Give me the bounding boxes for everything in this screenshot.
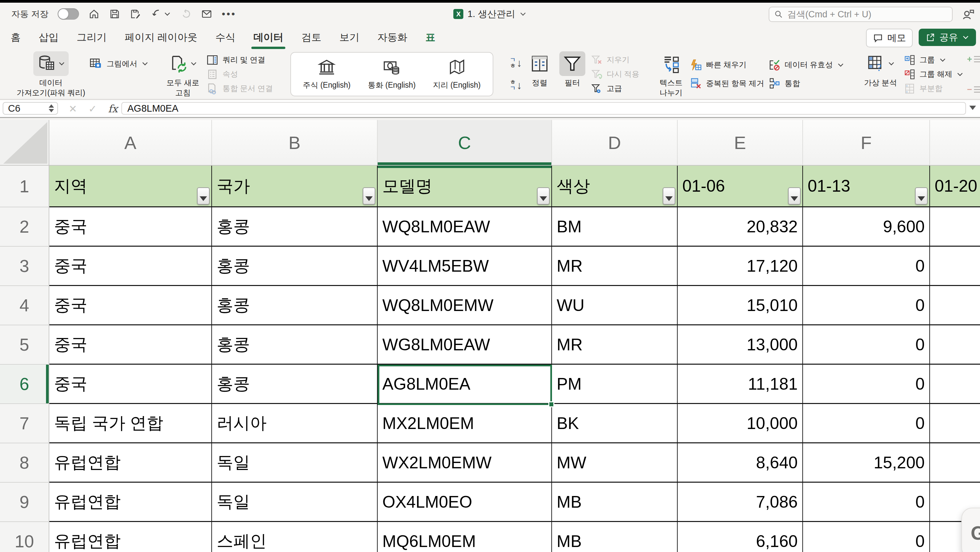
undo-chevron-icon[interactable] bbox=[164, 12, 171, 16]
cell-E4[interactable]: 15,010 bbox=[678, 286, 803, 325]
cell-E5[interactable]: 13,000 bbox=[678, 325, 803, 365]
get-data-button[interactable]: 데이터가져오기(파워 쿼리) bbox=[17, 49, 85, 99]
cell-C8[interactable]: WX2LM0EMW bbox=[378, 443, 552, 483]
filter-button-E[interactable] bbox=[788, 187, 801, 205]
sort-ascending-button[interactable]: ㄱㅎ ↓ bbox=[510, 57, 522, 69]
cell-D8[interactable]: MW bbox=[552, 443, 678, 483]
cell-B2[interactable]: 홍콩 bbox=[212, 207, 378, 247]
cell-D9[interactable]: MB bbox=[552, 483, 678, 522]
cell-A10[interactable]: 유럽연합 bbox=[49, 522, 212, 552]
cell-C1[interactable]: 모델명 bbox=[378, 165, 552, 207]
cell-G7[interactable] bbox=[930, 404, 980, 443]
filter-button[interactable]: 필터 bbox=[559, 49, 585, 99]
geography-data-type[interactable]: 지리 (English) bbox=[424, 55, 489, 94]
cell-E2[interactable]: 20,832 bbox=[678, 207, 803, 247]
cell-A7[interactable]: 독립 국가 연합 bbox=[49, 404, 212, 443]
search-input[interactable]: 검색(Cmd + Ctrl + U) bbox=[768, 7, 953, 22]
formula-input[interactable]: AG8LM0EA bbox=[121, 102, 966, 115]
cell-G4[interactable] bbox=[930, 286, 980, 325]
row-header-8[interactable]: 8 bbox=[0, 443, 49, 483]
cell-B3[interactable]: 홍콩 bbox=[212, 247, 378, 286]
cell-F4[interactable]: 0 bbox=[803, 286, 930, 325]
cell-E7[interactable]: 10,000 bbox=[678, 404, 803, 443]
cell-C4[interactable]: WQ8LM0EMW bbox=[378, 286, 552, 325]
row-header-1[interactable]: 1 bbox=[0, 165, 49, 207]
tab-home[interactable]: 홈 bbox=[10, 28, 21, 47]
ungroup-button[interactable]: 그룹 해제 bbox=[904, 68, 964, 80]
filter-button-C[interactable] bbox=[537, 187, 550, 205]
cell-A3[interactable]: 중국 bbox=[49, 247, 212, 286]
home-icon[interactable] bbox=[88, 8, 100, 20]
row-header-5[interactable]: 5 bbox=[0, 325, 49, 365]
row-header-2[interactable]: 2 bbox=[0, 207, 49, 247]
refresh-all-button[interactable]: 모두 새로고침 bbox=[165, 49, 200, 99]
cell-F9[interactable]: 0 bbox=[803, 483, 930, 522]
share-button[interactable]: 공유 bbox=[919, 29, 976, 46]
cell-A9[interactable]: 유럽연합 bbox=[49, 483, 212, 522]
column-header-G[interactable] bbox=[930, 120, 980, 165]
cell-B5[interactable]: 홍콩 bbox=[212, 325, 378, 365]
cell-G2[interactable] bbox=[930, 207, 980, 247]
cell-D2[interactable]: BM bbox=[552, 207, 678, 247]
cell-D5[interactable]: MR bbox=[552, 325, 678, 365]
group-button[interactable]: 그룹 bbox=[904, 54, 964, 66]
cell-A1[interactable]: 지역 bbox=[49, 165, 212, 207]
tab-automate[interactable]: 자동화 bbox=[377, 28, 408, 47]
cell-F5[interactable]: 0 bbox=[803, 325, 930, 365]
tab-page-layout[interactable]: 페이지 레이아웃 bbox=[124, 28, 198, 47]
cell-B10[interactable]: 스페인 bbox=[212, 522, 378, 552]
cell-G3[interactable] bbox=[930, 247, 980, 286]
tab-table[interactable]: 표 bbox=[425, 28, 436, 47]
tab-insert[interactable]: 삽입 bbox=[38, 28, 59, 47]
stocks-data-type[interactable]: 주식 (English) bbox=[294, 55, 360, 94]
cell-A5[interactable]: 중국 bbox=[49, 325, 212, 365]
cell-G6[interactable] bbox=[930, 365, 980, 404]
cell-D6[interactable]: PM bbox=[552, 365, 678, 404]
cell-E6[interactable]: 11,181 bbox=[678, 365, 803, 404]
row-header-9[interactable]: 9 bbox=[0, 483, 49, 522]
currencies-data-type[interactable]: 통화 (English) bbox=[360, 55, 424, 94]
cell-C10[interactable]: MQ6LM0EM bbox=[378, 522, 552, 552]
cell-C5[interactable]: WG8LM0EAW bbox=[378, 325, 552, 365]
data-validation-button[interactable]: 데이터 유효성 bbox=[768, 59, 844, 72]
column-header-E[interactable]: E bbox=[678, 120, 803, 165]
sort-descending-button[interactable]: ㅎㄱ ↓ bbox=[510, 80, 522, 91]
cell-C7[interactable]: MX2LM0EM bbox=[378, 404, 552, 443]
undo-icon[interactable] bbox=[150, 8, 162, 20]
row-header-6[interactable]: 6 bbox=[0, 365, 49, 404]
cell-A4[interactable]: 중국 bbox=[49, 286, 212, 325]
insert-function-icon[interactable]: fx bbox=[108, 103, 118, 115]
cell-E10[interactable]: 6,160 bbox=[678, 522, 803, 552]
cell-C6-selected[interactable]: AG8LM0EA bbox=[378, 365, 552, 404]
tab-formulas[interactable]: 수식 bbox=[215, 28, 236, 47]
tab-data[interactable]: 데이터 bbox=[253, 28, 284, 47]
text-to-columns-button[interactable]: 텍스트나누기 bbox=[658, 49, 684, 99]
cell-B1[interactable]: 국가 bbox=[212, 165, 378, 207]
title-chevron-icon[interactable] bbox=[519, 12, 527, 16]
cell-F1[interactable]: 01-13 bbox=[803, 165, 930, 207]
cell-D3[interactable]: MR bbox=[552, 247, 678, 286]
name-box[interactable]: C6 bbox=[3, 102, 58, 115]
memo-button[interactable]: 메모 bbox=[866, 29, 913, 47]
cell-A6[interactable]: 중국 bbox=[49, 365, 212, 404]
flash-fill-button[interactable]: 빠른 채우기 bbox=[689, 59, 764, 72]
cell-F3[interactable]: 0 bbox=[803, 247, 930, 286]
cell-D7[interactable]: BK bbox=[552, 404, 678, 443]
more-icon[interactable]: ••• bbox=[222, 8, 236, 20]
remove-duplicates-button[interactable]: 중복된 항목 제거 bbox=[689, 77, 764, 90]
cell-D1[interactable]: 색상 bbox=[552, 165, 678, 207]
column-header-B[interactable]: B bbox=[212, 120, 378, 165]
cell-B9[interactable]: 독일 bbox=[212, 483, 378, 522]
row-header-10[interactable]: 10 bbox=[0, 522, 49, 552]
cell-B7[interactable]: 러시아 bbox=[212, 404, 378, 443]
column-header-A[interactable]: A bbox=[49, 120, 212, 165]
cell-E3[interactable]: 17,120 bbox=[678, 247, 803, 286]
cell-E1[interactable]: 01-06 bbox=[678, 165, 803, 207]
cell-G5[interactable] bbox=[930, 325, 980, 365]
cell-C9[interactable]: OX4LM0EO bbox=[378, 483, 552, 522]
save-icon[interactable] bbox=[109, 8, 120, 20]
column-header-F[interactable]: F bbox=[803, 120, 930, 165]
filter-button-D[interactable] bbox=[663, 187, 675, 205]
floating-widget[interactable]: G bbox=[961, 507, 980, 552]
cell-F6[interactable]: 0 bbox=[803, 365, 930, 404]
